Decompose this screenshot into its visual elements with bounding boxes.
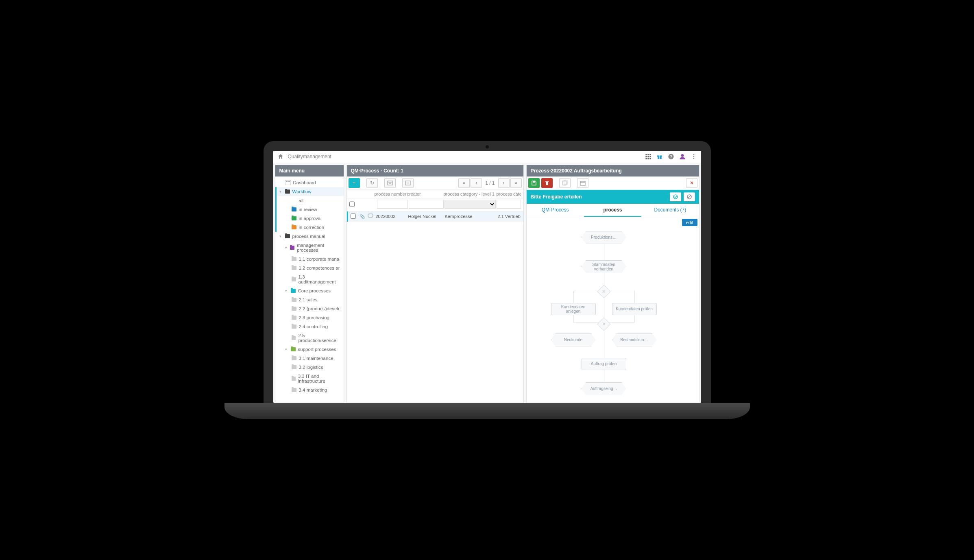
tab-qm-process[interactable]: QM-Process bbox=[527, 204, 584, 217]
sidebar-label: 3.4 marketing bbox=[299, 388, 327, 392]
topbar: Qualitymanagement ? bbox=[273, 151, 701, 163]
filter-creator-input[interactable] bbox=[409, 200, 444, 209]
select-all-checkbox[interactable] bbox=[349, 200, 355, 209]
diagram-node-order-entry[interactable]: Auftragseing… bbox=[582, 382, 626, 395]
pager-next-button[interactable]: › bbox=[498, 178, 510, 188]
svg-rect-5 bbox=[649, 156, 651, 157]
diagram-gateway-2[interactable] bbox=[597, 317, 611, 331]
diagram-gateway-1[interactable] bbox=[597, 285, 611, 299]
svg-rect-6 bbox=[645, 158, 647, 159]
folder-icon bbox=[292, 388, 296, 392]
home-icon[interactable] bbox=[277, 153, 284, 160]
filter-number-input[interactable] bbox=[377, 200, 408, 209]
sidebar-label: process manual bbox=[292, 234, 325, 239]
sidebar-item-support[interactable]: ▾ support processes bbox=[275, 345, 344, 354]
caret-icon: ▾ bbox=[285, 347, 288, 351]
sidebar-item-mgmt[interactable]: ▾ management processes bbox=[275, 241, 344, 255]
add-button[interactable]: + bbox=[349, 178, 360, 188]
diagram-node-create-customer[interactable]: Kundendaten anlegen bbox=[551, 303, 596, 315]
filter-level1-select[interactable] bbox=[445, 200, 496, 209]
edit-button[interactable]: edit bbox=[682, 219, 697, 226]
sidebar-label: Core processes bbox=[298, 288, 331, 293]
pager: « ‹ 1 / 1 › » bbox=[458, 178, 521, 188]
sidebar-item-core-1[interactable]: 2.1 sales bbox=[275, 295, 344, 304]
diagram-edge bbox=[573, 291, 574, 303]
sidebar-item-support-4[interactable]: 3.4 marketing bbox=[275, 386, 344, 394]
sidebar-label: 2.4 controlling bbox=[299, 324, 328, 329]
pager-last-button[interactable]: » bbox=[510, 178, 522, 188]
cell-number: 20220002 bbox=[376, 214, 408, 219]
th-number[interactable]: process number bbox=[375, 192, 407, 196]
sidebar-item-workflow[interactable]: ▾ Workflow bbox=[275, 187, 344, 196]
th-creator[interactable]: creator bbox=[407, 192, 444, 196]
close-button[interactable]: ✕ bbox=[686, 178, 697, 188]
sidebar-item-support-3[interactable]: 3.3 IT and infrastructure bbox=[275, 372, 344, 386]
svg-rect-8 bbox=[649, 158, 651, 159]
th-level1[interactable]: process category - level 1 bbox=[444, 192, 497, 196]
diagram-edge bbox=[634, 291, 635, 303]
folder-icon bbox=[292, 336, 296, 340]
copy-button[interactable] bbox=[559, 178, 571, 188]
approve-button[interactable] bbox=[670, 192, 681, 201]
sidebar-item-in-correction[interactable]: in correction bbox=[275, 223, 344, 232]
svg-rect-4 bbox=[647, 156, 649, 157]
tab-documents[interactable]: Documents (7) bbox=[641, 204, 699, 217]
gift-icon[interactable] bbox=[656, 153, 663, 160]
sidebar-item-in-review[interactable]: in review bbox=[275, 205, 344, 214]
sidebar-item-core-3[interactable]: 2.3 purchasing bbox=[275, 313, 344, 322]
attachment-icon: 📎 bbox=[360, 214, 368, 219]
diagram-node-start[interactable]: Produktions… bbox=[582, 231, 626, 244]
reject-button[interactable] bbox=[684, 192, 695, 201]
svg-rect-1 bbox=[647, 154, 649, 155]
svg-text:?: ? bbox=[670, 155, 672, 159]
sidebar-label: 2.1 sales bbox=[299, 297, 318, 302]
refresh-button[interactable]: ↻ bbox=[366, 178, 378, 188]
table-row[interactable]: 📎 20220002 Holger Nückel Kernprozesse 2.… bbox=[347, 211, 523, 222]
sidebar-item-support-1[interactable]: 3.1 maintenance bbox=[275, 354, 344, 363]
detail-tabs: QM-Process process Documents (7) bbox=[527, 204, 699, 217]
process-diagram[interactable]: Produktions… Stammdaten vorhanden Kunden… bbox=[527, 228, 699, 403]
folder-icon bbox=[292, 257, 296, 261]
export-button[interactable] bbox=[402, 178, 414, 188]
sidebar-item-core-2[interactable]: 2.2 (product-)development bbox=[275, 304, 344, 313]
kebab-icon[interactable] bbox=[691, 153, 697, 160]
pager-first-button[interactable]: « bbox=[458, 178, 470, 188]
sidebar-item-mgmt-2[interactable]: 1.2 competences and qualifications bbox=[275, 264, 344, 272]
help-icon[interactable]: ? bbox=[668, 153, 674, 160]
save-button[interactable] bbox=[528, 178, 540, 188]
folder-icon bbox=[290, 246, 294, 250]
calendar-button[interactable] bbox=[577, 178, 588, 188]
filter-button[interactable] bbox=[384, 178, 396, 188]
apps-icon[interactable] bbox=[645, 153, 652, 160]
row-checkbox[interactable] bbox=[351, 214, 356, 219]
folder-icon bbox=[292, 198, 296, 203]
diagram-node-check-customer[interactable]: Kundendaten prüfen bbox=[612, 303, 657, 315]
filter-category-input[interactable] bbox=[497, 200, 521, 209]
pager-prev-button[interactable]: ‹ bbox=[471, 178, 482, 188]
sidebar-item-core-4[interactable]: 2.4 controlling bbox=[275, 322, 344, 331]
sidebar-item-support-2[interactable]: 3.2 logistics bbox=[275, 363, 344, 372]
delete-button[interactable] bbox=[541, 178, 553, 188]
sidebar-label: in correction bbox=[299, 225, 325, 230]
sidebar-item-dashboard[interactable]: Dashboard bbox=[275, 178, 344, 187]
th-category[interactable]: process catego bbox=[497, 192, 521, 196]
sidebar-item-mgmt-3[interactable]: 1.3 auditmanagement bbox=[275, 272, 344, 286]
sidebar-item-in-approval[interactable]: in approval bbox=[275, 214, 344, 223]
sidebar-item-all[interactable]: all bbox=[275, 196, 344, 205]
sidebar-item-core-5[interactable]: 2.5 production/service bbox=[275, 331, 344, 345]
diagram-node-stammdaten[interactable]: Stammdaten vorhanden bbox=[582, 260, 626, 273]
sidebar-item-manual[interactable]: ▾ process manual bbox=[275, 232, 344, 241]
sidebar-label: 2.3 purchasing bbox=[299, 315, 329, 320]
caret-icon: ▾ bbox=[279, 234, 283, 238]
diagram-node-existing-customer[interactable]: Bestandskun… bbox=[612, 333, 657, 346]
tab-process[interactable]: process bbox=[584, 204, 641, 217]
diagram-node-check-order[interactable]: Auftrag prüfen bbox=[582, 358, 626, 370]
folder-icon bbox=[292, 225, 296, 229]
diagram-node-new-customer[interactable]: Neukunde bbox=[551, 333, 596, 346]
sidebar-item-core[interactable]: ▾ Core processes bbox=[275, 286, 344, 295]
folder-icon bbox=[292, 298, 296, 302]
caret-icon: ▾ bbox=[279, 190, 283, 194]
breadcrumb-app[interactable]: Qualitymanagement bbox=[288, 154, 331, 159]
user-icon[interactable] bbox=[679, 153, 686, 160]
sidebar-item-mgmt-1[interactable]: 1.1 corporate management/strategy bbox=[275, 255, 344, 264]
